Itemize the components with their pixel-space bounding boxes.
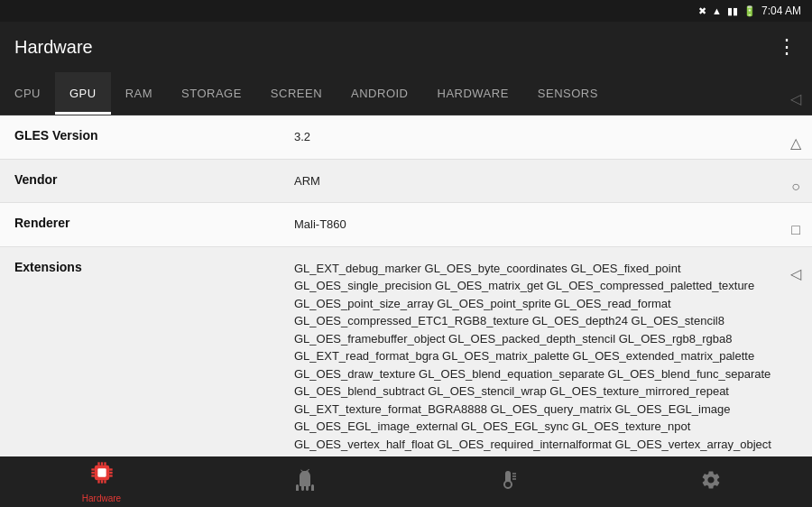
volume-down-button[interactable]: ◁ <box>790 265 801 282</box>
value-gles: 3.2 <box>280 115 812 159</box>
battery-icon: 🔋 <box>743 5 756 17</box>
recents-button[interactable]: □ <box>791 222 800 238</box>
hardware-nav-label: Hardware <box>82 493 121 503</box>
bottom-nav: Hardware <box>0 456 812 507</box>
row-extensions: Extensions GL_EXT_debug_marker GL_OES_by… <box>0 247 812 457</box>
nav-hardware[interactable]: Hardware <box>0 460 203 503</box>
side-buttons: ◁ △ ○ □ ◁ <box>780 72 812 282</box>
status-time: 7:04 AM <box>761 5 801 17</box>
status-bar: ✖ ▲ ▮▮ 🔋 7:04 AM <box>0 0 812 22</box>
tab-ram[interactable]: RAM <box>111 72 167 115</box>
label-vendor: Vendor <box>0 160 280 199</box>
tab-android[interactable]: ANDROID <box>337 72 422 115</box>
nav-android[interactable] <box>203 469 406 495</box>
hardware-nav-icon <box>89 460 115 491</box>
row-renderer: Renderer Mali-T860 <box>0 203 812 247</box>
value-extensions: GL_EXT_debug_marker GL_OES_byte_coordina… <box>280 247 812 457</box>
back-button[interactable]: △ <box>790 134 801 152</box>
temperature-nav-icon <box>497 469 519 495</box>
tab-sensors[interactable]: SENSORS <box>523 72 613 115</box>
tab-cpu[interactable]: CPU <box>0 72 55 115</box>
label-extensions: Extensions <box>0 247 280 287</box>
nav-settings[interactable] <box>609 469 812 495</box>
app-bar: Hardware ⋮ <box>0 22 812 72</box>
app-title: Hardware <box>14 37 93 58</box>
row-gles: GLES Version 3.2 <box>0 115 812 160</box>
main-content: GLES Version 3.2 Vendor ARM Renderer Mal… <box>0 115 812 456</box>
more-options-icon[interactable]: ⋮ <box>777 35 798 59</box>
value-renderer: Mali-T860 <box>280 203 812 246</box>
label-renderer: Renderer <box>0 203 280 243</box>
tab-storage[interactable]: STORAGE <box>167 72 256 115</box>
wifi-icon: ▲ <box>712 5 722 16</box>
settings-nav-icon <box>700 469 722 495</box>
tab-hardware[interactable]: HARDWARE <box>423 72 523 115</box>
row-vendor: Vendor ARM <box>0 160 812 204</box>
home-button[interactable]: ○ <box>791 179 800 195</box>
label-gles: GLES Version <box>0 115 280 155</box>
signal-icon: ▮▮ <box>727 5 738 17</box>
volume-up-button[interactable]: ◁ <box>790 90 801 107</box>
tab-gpu[interactable]: GPU <box>55 72 111 115</box>
bluetooth-icon: ✖ <box>698 5 706 17</box>
value-vendor: ARM <box>280 160 812 203</box>
android-nav-icon <box>294 469 316 495</box>
svg-rect-1 <box>97 468 106 476</box>
nav-temperature[interactable] <box>406 469 609 495</box>
tab-screen[interactable]: SCREEN <box>256 72 337 115</box>
tab-bar: CPU GPU RAM STORAGE SCREEN ANDROID HARDW… <box>0 72 812 115</box>
